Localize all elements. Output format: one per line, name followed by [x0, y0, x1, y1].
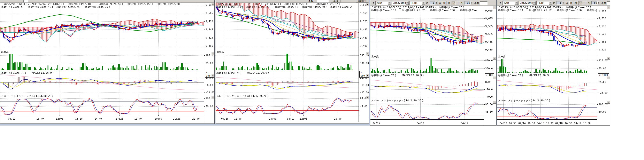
indicator-label: 移動平均( Close, 5 ) — [275, 6, 298, 8]
stoch-axis-tick: 45.00 — [485, 110, 493, 113]
down-arrow-icon — [471, 3, 472, 4]
x-axis-label: 18:40 — [134, 117, 142, 120]
period-day-button[interactable]: 日 — [438, 1, 442, 5]
macd-axis-tick: -11.00 — [360, 84, 369, 87]
dropdown-button[interactable]: ▼ — [532, 1, 536, 5]
bar-interval-stepper[interactable]: 1 — [556, 1, 564, 5]
stepper-buttons[interactable] — [435, 1, 438, 5]
clipped-input-fragment — [317, 0, 328, 2]
bars-count-label: 本数 — [601, 1, 606, 5]
indicator-label: 移動平均( Close, 5 ) — [1, 6, 24, 8]
axis-scroll-button[interactable]: ◄ — [211, 3, 214, 6]
chart-window-nikkei225mini-30min: ▼先物▼日経225mini▼11/06▼足1日週月分T分30本数日経225min… — [370, 0, 496, 126]
axis-scroll-button[interactable]: ◄ — [211, 96, 214, 99]
axis-scroll-button[interactable]: ◄ — [493, 57, 496, 60]
minutes-stepper[interactable]: 60 — [592, 1, 600, 5]
bar-type-label: 足 — [552, 1, 556, 5]
axis-scroll-button[interactable]: ◄ — [366, 96, 369, 99]
combo-value: 先物 — [503, 1, 514, 5]
stochastics-pane-label: スロー・ストキャスティクス( 14, 3, 80, 20 ) — [498, 99, 550, 102]
axis-scroll-button[interactable]: ◄ — [211, 74, 214, 77]
dropdown-button[interactable]: ▼ — [514, 1, 518, 5]
bars-count-input[interactable] — [607, 1, 610, 5]
clipped-button-fragment[interactable]: 複数銘柄 — [356, 0, 368, 2]
period-week-button[interactable]: 週 — [570, 1, 573, 5]
axis-scroll-button[interactable]: ◄ — [607, 76, 610, 79]
chevron-down-icon: ▼ — [423, 2, 424, 4]
clipped-button-label: 適用 — [333, 0, 338, 2]
contract-month-select[interactable]: 11/06▼ — [410, 1, 425, 5]
minutes-stepper[interactable]: 30 — [464, 1, 473, 5]
stepper-buttons[interactable] — [471, 1, 473, 5]
x-axis-label: 12:00 — [234, 117, 242, 120]
stepper-buttons[interactable] — [562, 1, 564, 5]
futures-category-select[interactable]: 先物▼ — [503, 1, 518, 5]
symbol-select[interactable]: 日経225mini▼ — [518, 1, 536, 5]
bars-count-input[interactable] — [480, 1, 488, 5]
window-menu-icon: ▼ — [373, 2, 374, 4]
indicator-label: 移動平均( Clos — [460, 9, 477, 12]
dropdown-button[interactable]: ▼ — [549, 1, 552, 5]
chart-toolbar: ▼先物▼日経225mini▼11/06▼足1日週月分T分60本数 — [498, 0, 610, 6]
combo-value: 先物 — [376, 1, 388, 5]
period-month-button[interactable]: 月 — [447, 1, 451, 5]
left-arrow-icon: ◄ — [367, 75, 368, 76]
axis-scroll-button[interactable]: ◄ — [607, 6, 610, 9]
axis-scroll-button[interactable]: ◄ — [366, 74, 369, 77]
dropdown-button[interactable]: ▼ — [406, 1, 409, 5]
x-axis-label: 16:30 — [528, 122, 535, 125]
x-axis-label: 04/18 — [417, 122, 424, 125]
volume-pane-label: 出来高 — [1, 50, 8, 54]
window-menu-button[interactable]: ▼ — [498, 1, 502, 5]
chevron-down-icon: ▼ — [389, 2, 390, 4]
stochastics-pane-label: スロー・ストキャスティクス( 14, 3, 80, 20 ) — [371, 99, 423, 102]
chart-title-line1: 日経225mini 11/06( 15分, 2011/04/11 - 2011/… — [216, 3, 343, 5]
down-arrow-icon — [598, 3, 600, 4]
futures-category-select[interactable]: 先物▼ — [376, 1, 391, 5]
period-tick-button[interactable]: T — [456, 1, 460, 5]
period-week-button[interactable]: 週 — [442, 1, 446, 5]
axis-scroll-button[interactable]: ◄ — [607, 101, 610, 104]
bar-interval-stepper[interactable]: 1 — [430, 1, 438, 5]
axis-scroll-button[interactable]: ◄ — [366, 3, 369, 6]
dropdown-button[interactable]: ▼ — [422, 1, 425, 5]
bar-interval-value: 1 — [430, 1, 435, 4]
volume-axis-tick: 350.00 — [485, 67, 493, 70]
clipped-button-fragment[interactable]: 適用 — [330, 0, 340, 2]
period-month-button[interactable]: 月 — [574, 1, 578, 5]
macd-pane-labels: 移動平均( Close, 75 )MACD( 12, 26, 9 ) — [498, 74, 550, 77]
stoch-axis-tick: 50.00 — [206, 105, 213, 108]
left-arrow-icon: ◄ — [367, 53, 368, 55]
axis-scroll-button[interactable]: ◄ — [211, 52, 214, 55]
stepper-buttons[interactable] — [598, 1, 600, 5]
axis-scroll-button[interactable]: ◄ — [366, 52, 369, 55]
price-axis-tick: 9,630 — [598, 17, 606, 20]
window-menu-button[interactable]: ▼ — [371, 1, 376, 5]
contract-month-select[interactable]: 11/06▼ — [536, 1, 552, 5]
period-day-button[interactable]: 日 — [565, 1, 569, 5]
price-axis-tick: 9,685 — [598, 9, 606, 12]
axis-scroll-button[interactable]: ◄ — [493, 101, 496, 104]
bar-interval-value: 1 — [556, 1, 562, 4]
symbol-select[interactable]: 日経225mini▼ — [392, 1, 409, 5]
dropdown-button[interactable]: ▼ — [388, 1, 391, 5]
indicator-label: 移動平均( Close, 40 ) — [302, 6, 327, 8]
period-tick-button[interactable]: T — [583, 1, 587, 5]
chart-title-line1: 日経225mini 11/06( 5分, 2011/04/14 - 2011/0… — [1, 3, 185, 5]
chart-toolbar: ▼先物▼日経225mini▼11/06▼足1日週月分T分30本数 — [370, 0, 496, 6]
chart-title-line2: 移動平均( Close, 10 )一目均衡表( 9, 26, 52 )移動平均(… — [371, 9, 481, 12]
axis-scroll-button[interactable]: ◄ — [493, 6, 496, 9]
volume-pane-label: 出来高 — [216, 50, 224, 54]
chart-canvas — [498, 0, 610, 125]
chevron-down-icon: ▼ — [516, 2, 517, 4]
chart-title: 日経225mini 11/06( 60分, 2011/04/11 - 2011/… — [498, 6, 562, 9]
indicator-label: 一目均衡表( 9, 26, 52 ) — [313, 3, 340, 5]
macd-label: MACD( 12, 26, 9 ) — [529, 74, 550, 77]
macd-axis-tick: 25.00 — [598, 81, 606, 83]
period-minute-button[interactable]: 分 — [452, 1, 456, 5]
axis-scroll-button[interactable]: ◄ — [607, 57, 610, 60]
combo-value: 日経225mini — [392, 1, 406, 5]
axis-scroll-button[interactable]: ◄ — [493, 76, 496, 79]
price-axis-tick: 9,565 — [360, 12, 368, 14]
period-minute-button[interactable]: 分 — [578, 1, 582, 5]
